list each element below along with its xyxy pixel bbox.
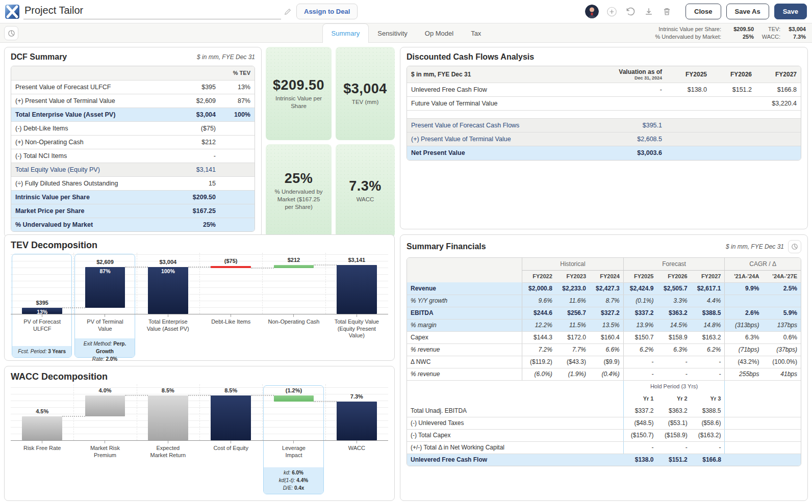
row-label: Total Enterprise Value (Asset PV) xyxy=(11,108,163,121)
stat-label: Intrinsic Value per Share: xyxy=(655,25,721,33)
row-year-value xyxy=(756,132,801,146)
history-undo-icon[interactable] xyxy=(625,6,636,17)
row-cell: $172.0 xyxy=(556,331,590,343)
assumption-line: Fcst. Period: 3 Years xyxy=(13,348,70,355)
tab-op-model[interactable]: Op Model xyxy=(416,23,462,43)
row-year-value: $3,220.4 xyxy=(756,97,801,111)
hold-period-header: Hold Period (3 Yrs) xyxy=(623,380,725,392)
assign-to-deal-button[interactable]: Assign to Deal xyxy=(296,4,358,19)
row-label: (+) Present Value of Terminal Value xyxy=(407,132,590,146)
table-row: Capex$144.3$172.0$160.4$150.7$158.9$163.… xyxy=(407,331,801,343)
table-row: Present Value of Forecast ULFCF$39513% xyxy=(11,80,255,94)
row-cell: 5.9% xyxy=(763,307,801,319)
x-axis-label: Total Equity Value(Equity PresentValue) xyxy=(325,314,388,339)
row-label: Future Value of Terminal Value xyxy=(407,97,590,111)
table-row: EBITDA$244.6$256.7$327.2$337.2$363.2$388… xyxy=(407,307,801,319)
table-row: (+) Present Value of Terminal Value$2,60… xyxy=(11,94,255,108)
row-cell: (100.0%) xyxy=(763,356,801,368)
bar-value-label: $3,141 xyxy=(325,256,388,264)
row-year-value: $151.2 xyxy=(711,83,756,97)
table-row: (+) Present Value of Terminal Value$2,60… xyxy=(407,132,801,146)
table-row: Market Price per Share$167.25 xyxy=(11,204,255,218)
row-cell: 11.6% xyxy=(556,295,590,307)
row-cell: 41bps xyxy=(763,368,801,380)
row-label: Present Value of Forecast Cash Flows xyxy=(407,119,590,132)
close-button[interactable]: Close xyxy=(686,4,721,19)
row-cell: $2,000.8 xyxy=(522,282,556,295)
row-year-value: $138.0 xyxy=(666,83,711,97)
stat-value: $3,004 xyxy=(780,25,806,33)
row-cell: 7.7% xyxy=(556,343,590,356)
waterfall-bar: 13% xyxy=(22,308,62,314)
table-row: (+) Non-Operating Cash$212 xyxy=(11,135,255,149)
row-cell: ($58.6) xyxy=(691,417,725,429)
kpi-card: 25%% Undervalued by Market ($167.25 per … xyxy=(266,144,332,237)
main-content: DCF Summary $ in mm, FYE Dec 31 % TEV Pr… xyxy=(0,43,812,504)
row-cell: 255bps xyxy=(725,368,763,380)
row-cell: 2.5% xyxy=(763,282,801,295)
delete-trash-icon[interactable] xyxy=(662,6,672,17)
row-pct xyxy=(220,149,255,163)
row-cell: 3.3% xyxy=(657,295,691,307)
header-stats: Intrinsic Value per Share:$209.50TEV:$3,… xyxy=(655,25,806,41)
row-cell: ($163.2) xyxy=(691,429,725,441)
dcf-analysis-table: $ in mm, FYE Dec 31 Valuation as of Dec … xyxy=(407,66,801,160)
tab-tax[interactable]: Tax xyxy=(462,23,490,43)
row-cell: - xyxy=(691,368,725,380)
row-cell: ($119.2) xyxy=(522,356,556,368)
bar-percent-label: 100% xyxy=(148,268,188,274)
save-button[interactable]: Save xyxy=(774,4,807,19)
row-cell: - xyxy=(657,441,691,454)
row-label: % revenue xyxy=(407,343,522,356)
row-cell: 6.2% xyxy=(623,343,657,356)
kpi-label: TEV (mm) xyxy=(352,98,378,106)
row-cell: - xyxy=(623,356,657,368)
row-cell: $363.2 xyxy=(657,307,691,319)
row-pct xyxy=(220,218,255,231)
kpi-value: $209.50 xyxy=(273,77,324,93)
tab-sensitivity[interactable]: Sensitivity xyxy=(369,23,416,43)
row-label: Δ NWC xyxy=(407,356,522,368)
row-year-value xyxy=(711,97,756,111)
bar-value-label: 7.3% xyxy=(325,393,388,401)
row-year-value xyxy=(711,111,756,119)
add-user-icon[interactable] xyxy=(606,6,617,17)
row-year-value xyxy=(711,132,756,146)
stat-label: WACC: xyxy=(754,33,780,41)
assumption-line: D/E: 0.4x xyxy=(265,484,322,492)
table-settings-icon[interactable] xyxy=(788,240,801,253)
row-cell: (37bps) xyxy=(763,343,801,356)
bar-value-label: $212 xyxy=(262,256,325,264)
row-value: $2,608.5 xyxy=(590,132,666,146)
row-cell: 14.8% xyxy=(691,319,725,331)
row-value: ($75) xyxy=(163,121,220,135)
row-label xyxy=(407,111,590,119)
row-value: - xyxy=(590,83,666,97)
row-cell: $388.5 xyxy=(691,405,725,417)
year-column-header: FY2026 xyxy=(657,270,691,282)
dcf-analysis-title: Discounted Cash Flows Analysis xyxy=(407,52,534,62)
bar-value-label: 8.5% xyxy=(137,387,199,394)
year-column-header: FY2027 xyxy=(691,270,725,282)
row-cell: 13.9% xyxy=(623,319,657,331)
download-icon[interactable] xyxy=(643,6,654,17)
table-row: Hold Period (3 Yrs) xyxy=(407,380,801,392)
summary-financials-table: HistoricalForecastCAGR / ΔFY2022FY2023FY… xyxy=(407,258,801,466)
row-label: (+/-) Total Δ in Net Working Capital xyxy=(407,441,623,454)
row-label: % Undervalued by Market xyxy=(11,218,163,231)
bar-value-label: ($75) xyxy=(199,257,262,265)
edit-title-icon[interactable] xyxy=(284,8,291,15)
row-label: % Y/Y growth xyxy=(407,295,522,307)
row-cell: $2,424.9 xyxy=(623,282,657,295)
x-axis-label: Cost of Equity xyxy=(199,441,262,452)
project-title-field[interactable]: Project Tailor xyxy=(23,4,281,19)
row-cell: 0.6% xyxy=(763,331,801,343)
tab-summary[interactable]: Summary xyxy=(322,23,369,43)
waterfall-bar xyxy=(22,416,62,440)
row-pct: 87% xyxy=(220,94,255,108)
user-avatar[interactable] xyxy=(585,5,599,18)
row-cell: ($48.5) xyxy=(623,417,657,429)
save-as-button[interactable]: Save As xyxy=(726,4,769,19)
row-value: $209.50 xyxy=(163,190,220,204)
waterfall-bar: 87% xyxy=(85,267,125,308)
